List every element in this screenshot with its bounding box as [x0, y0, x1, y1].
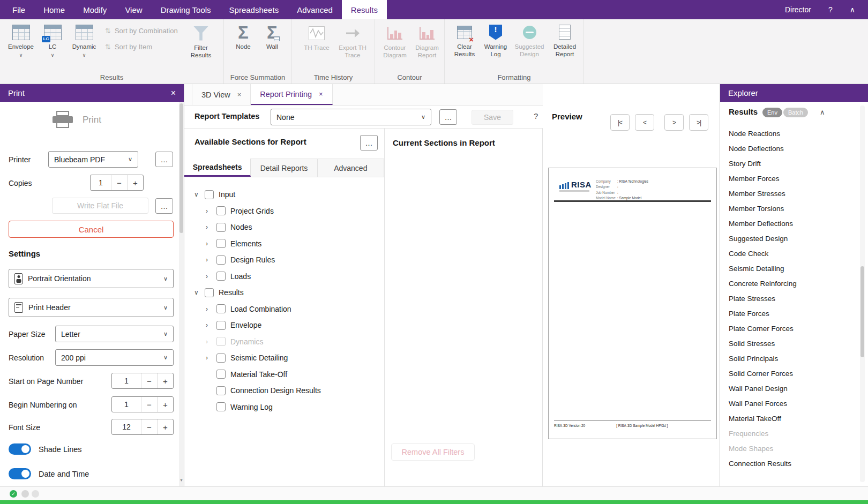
close-icon[interactable]: ×: [237, 91, 242, 99]
tree-checkbox[interactable]: [216, 206, 226, 215]
explorer-result-item[interactable]: Mode Shapes: [720, 441, 868, 456]
tree-item[interactable]: › Nodes: [184, 219, 384, 236]
ribbon-collapse-icon[interactable]: ∧: [850, 5, 855, 14]
tree-chevron-icon[interactable]: ›: [206, 338, 216, 345]
flat-file-options-button[interactable]: …: [155, 198, 173, 214]
print-panel-scrollbar[interactable]: ▼: [179, 102, 184, 486]
section-tab[interactable]: Detail Reports: [251, 159, 317, 177]
tree-item[interactable]: › Loads: [184, 268, 384, 285]
tree-chevron-icon[interactable]: ∨: [194, 191, 205, 198]
menubar-tab[interactable]: File: [3, 0, 34, 19]
tree-checkbox[interactable]: [216, 223, 226, 232]
write-flat-file-button[interactable]: Write Flat File: [52, 198, 148, 214]
tree-chevron-icon[interactable]: ∨: [194, 289, 205, 296]
plus-button[interactable]: +: [157, 373, 173, 388]
plus-button[interactable]: +: [157, 397, 173, 412]
tree-chevron-icon[interactable]: ›: [206, 240, 216, 247]
explorer-result-item[interactable]: Connection Results: [720, 456, 868, 471]
wall-force-summation-button[interactable]: Σ Wall: [259, 23, 285, 50]
tree-item[interactable]: › Envelope: [184, 317, 384, 334]
tree-item[interactable]: › Project Grids: [184, 203, 384, 220]
collapse-icon[interactable]: ∧: [820, 108, 825, 116]
tree-checkbox[interactable]: [216, 337, 226, 346]
plus-button[interactable]: +: [127, 175, 143, 190]
font-size-stepper[interactable]: 12 − +: [111, 419, 174, 435]
explorer-result-item[interactable]: Plate Corner Forces: [720, 321, 868, 336]
lc-button[interactable]: LC LC ∨: [40, 23, 65, 59]
clear-results-button[interactable]: × Clear Results: [450, 23, 479, 58]
cancel-button[interactable]: Cancel: [9, 221, 174, 238]
suggested-design-button[interactable]: Suggested Design: [512, 23, 547, 58]
dynamic-button[interactable]: Dynamic ∨: [69, 23, 100, 59]
contour-diagram-button[interactable]: Contour Diagram: [379, 24, 410, 59]
chevron-down-icon[interactable]: ∨: [19, 52, 23, 58]
menubar-tab[interactable]: View: [116, 0, 151, 19]
menubar-tab[interactable]: Advanced: [288, 0, 342, 19]
tree-checkbox[interactable]: [205, 288, 214, 297]
copies-stepper[interactable]: 1 − +: [90, 175, 144, 191]
envelope-button[interactable]: Envelope ∨: [5, 23, 36, 59]
explorer-result-item[interactable]: Wall Panel Design: [720, 381, 868, 396]
minus-button[interactable]: −: [141, 373, 157, 388]
explorer-result-item[interactable]: Story Drift: [720, 156, 868, 171]
detailed-report-button[interactable]: Detailed Report: [550, 23, 580, 58]
tree-item[interactable]: › Dynamics: [184, 334, 384, 350]
printer-options-button[interactable]: …: [155, 152, 173, 167]
minus-button[interactable]: −: [141, 419, 157, 434]
help-icon[interactable]: ?: [534, 111, 538, 121]
filter-results-button[interactable]: Filter Results: [185, 24, 216, 59]
explorer-result-item[interactable]: Frequencies: [720, 426, 868, 441]
tree-item[interactable]: › Design Rules: [184, 252, 384, 268]
resolution-select[interactable]: 200 ppi ∨: [55, 349, 174, 366]
tree-checkbox[interactable]: [216, 370, 226, 379]
last-page-button[interactable]: >|: [689, 114, 708, 131]
export-th-trace-button[interactable]: Export TH Trace: [336, 24, 369, 59]
available-sections-options-button[interactable]: …: [360, 135, 378, 151]
print-button[interactable]: Print: [53, 111, 101, 129]
shade-lines-toggle[interactable]: [9, 443, 31, 455]
director-menu[interactable]: Director: [785, 5, 811, 14]
explorer-result-item[interactable]: Wall Panel Forces: [720, 396, 868, 411]
close-icon[interactable]: ×: [319, 90, 323, 98]
explorer-result-item[interactable]: Node Reactions: [720, 126, 868, 141]
node-force-summation-button[interactable]: Σ Node: [230, 23, 256, 50]
tree-chevron-icon[interactable]: ›: [206, 305, 216, 313]
explorer-result-item[interactable]: Member Stresses: [720, 186, 868, 201]
tree-checkbox[interactable]: [216, 304, 226, 313]
menubar-tab[interactable]: Spreadsheets: [220, 0, 288, 19]
explorer-result-item[interactable]: Plate Stresses: [720, 291, 868, 306]
tree-item[interactable]: ∨ Input: [184, 186, 384, 203]
explorer-result-item[interactable]: Concrete Reinforcing: [720, 276, 868, 291]
help-icon[interactable]: ?: [828, 5, 833, 14]
tree-checkbox[interactable]: [216, 239, 226, 248]
tree-chevron-icon[interactable]: ›: [206, 223, 216, 231]
explorer-result-item[interactable]: Node Deflections: [720, 141, 868, 156]
next-page-button[interactable]: >: [664, 114, 684, 131]
sort-by-item-button[interactable]: ⇅ Sort by Item: [105, 43, 152, 51]
explorer-result-item[interactable]: Code Check: [720, 246, 868, 261]
menubar-tab[interactable]: Results: [342, 0, 387, 19]
section-tab[interactable]: Spreadsheets: [184, 159, 251, 177]
plus-button[interactable]: +: [157, 419, 173, 434]
begin-numbering-stepper[interactable]: 1 − +: [111, 396, 174, 412]
diagram-report-button[interactable]: Diagram Report: [413, 24, 442, 59]
tree-checkbox[interactable]: [205, 190, 214, 199]
tree-checkbox[interactable]: [216, 272, 226, 281]
start-page-stepper[interactable]: 1 − +: [111, 373, 174, 389]
previous-page-button[interactable]: <: [635, 114, 654, 131]
chevron-down-icon[interactable]: ∨: [83, 52, 86, 58]
tree-checkbox[interactable]: [216, 386, 226, 395]
tree-item[interactable]: › Seismic Detailing: [184, 350, 384, 366]
explorer-result-item[interactable]: Material TakeOff: [720, 411, 868, 426]
close-icon[interactable]: ×: [171, 88, 176, 98]
explorer-result-item[interactable]: Member Forces: [720, 171, 868, 186]
scrollbar-thumb[interactable]: [860, 266, 864, 357]
tree-chevron-icon[interactable]: ›: [206, 256, 216, 264]
save-template-button[interactable]: Save: [472, 110, 513, 125]
sort-by-combination-button[interactable]: ⇅ Sort by Combination: [105, 27, 178, 35]
explorer-result-item[interactable]: Suggested Design: [720, 231, 868, 246]
explorer-result-item[interactable]: Plate Forces: [720, 306, 868, 321]
section-tab[interactable]: Advanced: [318, 159, 384, 177]
th-trace-button[interactable]: TH Trace: [303, 24, 331, 51]
menubar-tab[interactable]: Home: [34, 0, 74, 19]
